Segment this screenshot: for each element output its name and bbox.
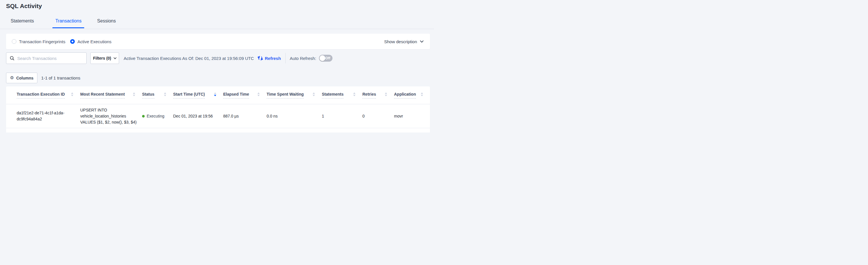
sort-icon[interactable]: [385, 92, 387, 98]
column-label[interactable]: Transaction Execution ID: [17, 92, 65, 99]
status-label: Executing: [147, 113, 164, 119]
filters-label: Filters (0): [93, 56, 111, 60]
page-title: SQL Activity: [6, 3, 42, 9]
sort-icon[interactable]: [164, 92, 166, 98]
cell-retries: 0: [362, 113, 394, 119]
search-icon: [10, 56, 14, 60]
column-label[interactable]: Status: [142, 92, 154, 99]
search-input[interactable]: [17, 56, 81, 61]
column-label[interactable]: Application: [394, 92, 416, 99]
sort-icon[interactable]: [353, 92, 355, 98]
view-mode-card: Transaction Fingerprints Active Executio…: [6, 34, 430, 49]
transactions-table: Transaction Execution ID Most Recent Sta…: [6, 86, 430, 132]
sort-icon[interactable]: [313, 92, 315, 98]
cell-application: movr: [394, 113, 430, 119]
show-description-toggle[interactable]: Show description: [384, 39, 424, 44]
refresh-icon: [258, 56, 263, 61]
gear-icon: ⚙: [10, 76, 14, 80]
header-application: Application: [394, 92, 430, 99]
radio-selected-icon[interactable]: [70, 39, 75, 44]
header-transaction-execution-id: Transaction Execution ID: [17, 92, 80, 99]
radio-label: Active Executions: [78, 39, 111, 44]
vertical-divider: [285, 53, 286, 63]
columns-label: Columns: [16, 76, 33, 80]
header-statements: Statements: [322, 92, 362, 99]
header-elapsed-time: Elapsed Time: [223, 92, 267, 99]
tab-sessions[interactable]: Sessions: [94, 17, 119, 28]
auto-refresh-toggle[interactable]: Off: [319, 55, 333, 62]
cell-statements: 1: [322, 113, 362, 119]
tab-statements[interactable]: Statements: [8, 17, 37, 28]
columns-button[interactable]: ⚙ Columns: [6, 73, 37, 83]
column-label[interactable]: Statements: [322, 92, 343, 99]
column-label[interactable]: Retries: [362, 92, 376, 99]
sort-icon[interactable]: [133, 92, 135, 98]
table-row[interactable]: da1f21e2-de71-4c1f-a1da-dc9fc94a84a2 UPS…: [6, 104, 430, 128]
toggle-state-label: Off: [325, 56, 330, 60]
executing-status-dot-icon: [142, 115, 145, 117]
header-retries: Retries: [362, 92, 394, 99]
column-label[interactable]: Time Spent Waiting: [267, 92, 304, 99]
chevron-down-icon: [420, 40, 424, 43]
auto-refresh-label: Auto Refresh:: [290, 56, 316, 61]
controls-row: Filters (0) Active Transaction Execution…: [6, 52, 430, 64]
refresh-button[interactable]: Refresh: [258, 56, 281, 61]
refresh-label: Refresh: [265, 56, 281, 61]
radio-active-executions[interactable]: Active Executions: [70, 39, 111, 44]
as-of-timestamp: Active Transaction Executions As Of: Dec…: [124, 56, 254, 61]
search-box[interactable]: [6, 52, 87, 64]
cell-status: Executing: [142, 113, 173, 119]
header-most-recent-statement: Most Recent Statement: [80, 92, 142, 99]
sort-icon[interactable]: [71, 92, 73, 98]
chevron-down-icon: [114, 57, 117, 59]
results-bar: ⚙ Columns 1-1 of 1 transactions: [6, 73, 80, 83]
tab-bar: Statements Transactions Sessions: [0, 17, 434, 29]
column-label[interactable]: Start Time (UTC): [173, 92, 205, 99]
header-status: Status: [142, 92, 173, 99]
cell-transaction-execution-id[interactable]: da1f21e2-de71-4c1f-a1da-dc9fc94a84a2: [17, 110, 71, 122]
show-description-label: Show description: [384, 39, 417, 44]
results-count: 1-1 of 1 transactions: [41, 76, 80, 80]
cell-start-time: Dec 01, 2023 at 19:56: [173, 113, 223, 119]
sort-icon[interactable]: [421, 92, 423, 98]
table-header-row: Transaction Execution ID Most Recent Sta…: [6, 86, 430, 104]
radio-transaction-fingerprints[interactable]: Transaction Fingerprints: [12, 39, 65, 44]
sort-icon[interactable]: [214, 92, 216, 98]
radio-label: Transaction Fingerprints: [19, 39, 65, 44]
column-label[interactable]: Elapsed Time: [223, 92, 249, 99]
radio-unselected-icon[interactable]: [12, 39, 17, 44]
sort-icon[interactable]: [257, 92, 260, 98]
header-start-time: Start Time (UTC): [173, 92, 223, 99]
tab-transactions[interactable]: Transactions: [52, 17, 84, 28]
toggle-knob-icon: [319, 55, 325, 61]
cell-most-recent-statement[interactable]: UPSERT INTO vehicle_location_histories V…: [80, 107, 140, 125]
header-time-spent-waiting: Time Spent Waiting: [267, 92, 322, 99]
cell-time-spent-waiting: 0.0 ns: [267, 113, 322, 119]
column-label[interactable]: Most Recent Statement: [80, 92, 125, 99]
filters-button[interactable]: Filters (0): [90, 52, 119, 64]
cell-elapsed-time: 887.0 µs: [223, 113, 267, 119]
